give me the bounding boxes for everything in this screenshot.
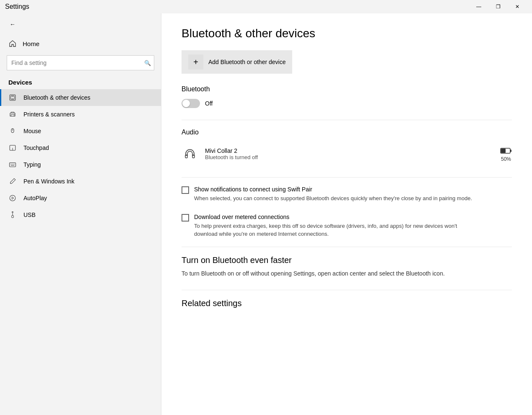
- device-battery: 50%: [500, 146, 512, 162]
- device-status: Bluetooth is turned off: [205, 154, 493, 160]
- sidebar-item-label-usb: USB: [23, 211, 36, 218]
- swift-pair-row: Show notifications to connect using Swif…: [182, 186, 512, 203]
- sidebar-item-label-typing: Typing: [23, 161, 41, 168]
- add-device-button[interactable]: + Add Bluetooth or other device: [182, 50, 292, 74]
- sidebar-item-pen[interactable]: Pen & Windows Ink: [0, 173, 161, 190]
- device-info: Mivi Collar 2 Bluetooth is turned off: [205, 147, 493, 160]
- swift-pair-checkbox[interactable]: [182, 186, 189, 194]
- typing-icon: [8, 160, 17, 169]
- swift-pair-desc: When selected, you can connect to suppor…: [194, 194, 472, 203]
- sidebar-item-label-pen: Pen & Windows Ink: [23, 178, 74, 185]
- sidebar-item-usb[interactable]: USB: [0, 206, 161, 223]
- sidebar-nav-top: ←: [0, 13, 161, 35]
- sidebar-item-label-mouse: Mouse: [23, 128, 41, 134]
- audio-section-title: Audio: [182, 129, 512, 136]
- titlebar: Settings — ❐ ✕: [0, 0, 532, 13]
- svg-rect-9: [10, 163, 16, 167]
- titlebar-left: Settings: [5, 3, 29, 10]
- minimize-button[interactable]: —: [469, 0, 488, 13]
- sidebar-item-bluetooth[interactable]: Bluetooth & other devices: [0, 89, 161, 106]
- divider-3: [182, 247, 512, 247]
- touchpad-icon: [8, 144, 17, 152]
- sidebar-item-label-bluetooth: Bluetooth & other devices: [23, 94, 91, 101]
- bluetooth-icon: [8, 93, 17, 102]
- swift-pair-label: Show notifications to connect using Swif…: [194, 186, 472, 193]
- bluetooth-toggle-label: Off: [205, 100, 213, 107]
- back-button[interactable]: ←: [7, 18, 18, 30]
- sidebar-item-label-printers: Printers & scanners: [23, 111, 75, 118]
- search-icon: 🔍: [144, 60, 151, 66]
- faster-section: Turn on Bluetooth even faster To turn Bl…: [182, 255, 512, 278]
- main-content: Bluetooth & other devices + Add Bluetoot…: [161, 13, 532, 415]
- metered-content: Download over metered connections To hel…: [194, 214, 479, 238]
- app-body: ← Home 🔍 Devices: [0, 13, 532, 415]
- add-device-label: Add Bluetooth or other device: [208, 59, 285, 65]
- svg-rect-16: [12, 216, 14, 218]
- search-input[interactable]: [7, 55, 154, 70]
- home-icon: [8, 39, 17, 48]
- sidebar-item-label-touchpad: Touchpad: [23, 144, 49, 151]
- divider-1: [182, 120, 512, 120]
- search-box: 🔍: [7, 55, 154, 70]
- toggle-knob: [182, 100, 190, 107]
- related-section: Related settings: [182, 299, 512, 308]
- svg-rect-22: [510, 150, 511, 152]
- devices-section-label: Devices: [0, 77, 161, 89]
- sidebar: ← Home 🔍 Devices: [0, 13, 161, 415]
- metered-row: Download over metered connections To hel…: [182, 214, 512, 238]
- sidebar-item-printers[interactable]: Printers & scanners: [0, 106, 161, 123]
- bluetooth-section-title: Bluetooth: [182, 85, 512, 93]
- usb-icon: [8, 211, 17, 219]
- sidebar-item-label-autoplay: AutoPlay: [23, 195, 47, 201]
- battery-percentage: 50%: [501, 156, 511, 162]
- svg-point-15: [10, 195, 16, 201]
- svg-rect-3: [11, 115, 14, 116]
- autoplay-icon: [8, 194, 17, 202]
- metered-label: Download over metered connections: [194, 214, 479, 220]
- audio-device-item[interactable]: Mivi Collar 2 Bluetooth is turned off 50…: [182, 142, 512, 165]
- page-title: Bluetooth & other devices: [182, 27, 512, 40]
- pen-icon: [8, 177, 17, 186]
- maximize-button[interactable]: ❐: [488, 0, 508, 13]
- metered-checkbox[interactable]: [182, 214, 189, 222]
- bluetooth-toggle[interactable]: [182, 99, 200, 108]
- divider-2: [182, 177, 512, 178]
- bluetooth-toggle-row: Off: [182, 99, 512, 108]
- sidebar-item-mouse[interactable]: Mouse: [0, 123, 161, 139]
- device-name: Mivi Collar 2: [205, 147, 493, 154]
- faster-heading: Turn on Bluetooth even faster: [182, 255, 512, 265]
- battery-icon: [500, 146, 512, 155]
- printers-icon: [8, 110, 17, 119]
- mouse-icon: [8, 127, 17, 135]
- titlebar-controls: — ❐ ✕: [469, 0, 527, 13]
- sidebar-item-home[interactable]: Home: [0, 35, 161, 52]
- titlebar-title: Settings: [5, 3, 29, 10]
- metered-desc: To help prevent extra charges, keep this…: [194, 222, 479, 238]
- close-button[interactable]: ✕: [508, 0, 527, 13]
- home-label: Home: [23, 40, 39, 47]
- add-icon: +: [188, 54, 203, 70]
- headphones-icon: [182, 145, 198, 162]
- faster-desc: To turn Bluetooth on or off without open…: [182, 269, 509, 278]
- sidebar-item-typing[interactable]: Typing: [0, 156, 161, 173]
- related-title: Related settings: [182, 299, 512, 308]
- sidebar-item-touchpad[interactable]: Touchpad: [0, 139, 161, 156]
- sidebar-item-autoplay[interactable]: AutoPlay: [0, 190, 161, 206]
- svg-point-4: [14, 114, 15, 115]
- audio-section: Audio Mivi Collar 2 Bluetooth is turned …: [182, 129, 512, 165]
- divider-4: [182, 290, 512, 290]
- svg-rect-21: [501, 149, 506, 153]
- back-icon: ←: [10, 21, 16, 28]
- bluetooth-section: Bluetooth Off: [182, 85, 512, 108]
- swift-pair-content: Show notifications to connect using Swif…: [194, 186, 472, 203]
